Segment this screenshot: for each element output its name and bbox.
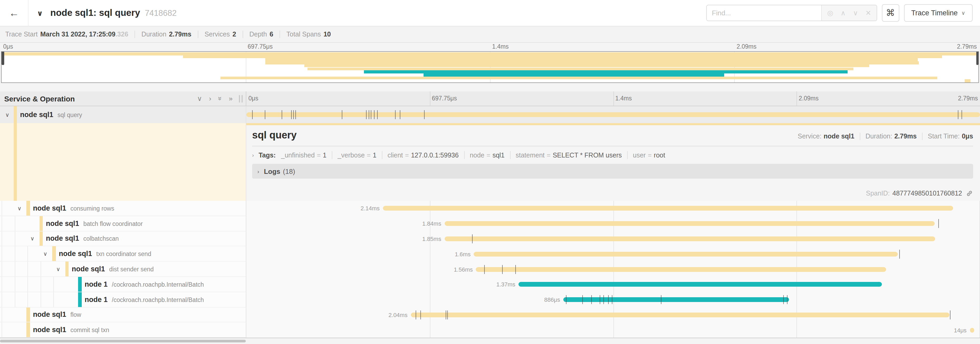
expand-tags-icon[interactable]: › <box>252 152 254 158</box>
span-bar-row[interactable]: 1.85ms <box>246 231 980 246</box>
span-tree-row[interactable]: node sql1batch flow coordinator <box>0 216 246 232</box>
collapse-span-icon[interactable]: ∨ <box>43 251 47 257</box>
log-tick[interactable] <box>515 265 516 274</box>
span-duration-bar[interactable] <box>519 282 881 287</box>
log-tick[interactable] <box>591 295 592 304</box>
log-tick[interactable] <box>938 219 939 228</box>
span-tree-row[interactable]: node 1/cockroach.roachpb.Internal/Batch <box>0 292 246 307</box>
span-duration-bar[interactable] <box>383 206 953 211</box>
span-tree-row[interactable]: node sql1flow <box>0 307 246 323</box>
back-button[interactable]: ← <box>0 0 29 26</box>
span-bar-row[interactable]: 1.6ms <box>246 246 980 262</box>
collapse-all-icon[interactable]: » <box>216 97 223 101</box>
log-tick[interactable] <box>503 265 503 274</box>
keyboard-shortcuts-button[interactable]: ⌘ <box>881 4 899 22</box>
expand-all-icon[interactable]: » <box>229 95 232 102</box>
span-row-selected[interactable]: ∨ node sql1sql query <box>0 106 246 123</box>
collapse-trace-icon[interactable]: ∨ <box>37 9 43 17</box>
log-tick[interactable] <box>566 295 567 304</box>
tags-row[interactable]: › Tags: _unfinished=1_verbose=1client=12… <box>252 151 973 159</box>
log-tick[interactable] <box>608 295 609 304</box>
span-bar-row[interactable]: 2.14ms <box>246 201 980 216</box>
span-tree-row[interactable]: node sql1commit sql txn <box>0 323 246 338</box>
log-tick[interactable] <box>371 110 372 119</box>
minimap-canvas[interactable] <box>1 51 979 83</box>
log-tick[interactable] <box>600 295 600 304</box>
span-bar-row[interactable]: 14μs <box>246 323 980 338</box>
trace-view-selector[interactable]: Trace Timeline ∨ <box>904 4 973 22</box>
span-bar-row[interactable]: 1.84ms <box>246 216 980 232</box>
tree-depth-guide <box>14 277 15 292</box>
log-tick[interactable] <box>416 310 417 320</box>
span-duration-bar[interactable] <box>474 252 898 256</box>
log-tick[interactable] <box>612 295 612 304</box>
log-tick[interactable] <box>604 295 604 304</box>
log-tick[interactable] <box>252 110 253 119</box>
collapse-span-icon[interactable]: ∨ <box>30 235 34 242</box>
trace-view-label: Trace Timeline <box>911 9 958 17</box>
logs-row[interactable]: › Logs (18) <box>252 164 973 179</box>
clear-find-icon[interactable]: ✕ <box>865 10 871 16</box>
log-tick[interactable] <box>958 110 959 119</box>
span-bar-row[interactable]: 1.37ms <box>246 277 980 292</box>
prev-match-icon[interactable]: ∧ <box>840 10 845 16</box>
find-input[interactable] <box>706 5 821 21</box>
log-tick[interactable] <box>395 110 396 119</box>
log-tick[interactable] <box>787 295 788 304</box>
span-tree-row[interactable]: ∨node sql1txn coordinator send <box>0 246 246 262</box>
log-tick[interactable] <box>473 234 473 243</box>
collapse-span-icon[interactable]: ∨ <box>5 112 9 118</box>
log-tick[interactable] <box>366 110 366 119</box>
minimap-left-scrubber[interactable] <box>2 52 4 65</box>
log-tick[interactable] <box>377 110 377 119</box>
divider <box>242 30 243 38</box>
log-tick[interactable] <box>420 310 421 320</box>
log-tick[interactable] <box>484 265 484 274</box>
span-bar-row-selected[interactable] <box>246 106 980 123</box>
match-target-icon[interactable]: ◎ <box>827 10 834 16</box>
link-icon[interactable] <box>966 190 973 197</box>
log-tick[interactable] <box>369 110 369 119</box>
span-tree-row[interactable]: ∨node sql1consuming rows <box>0 201 246 216</box>
log-tick[interactable] <box>265 110 265 119</box>
span-duration-bar[interactable] <box>410 312 949 317</box>
collapse-span-icon[interactable]: ∨ <box>56 266 60 272</box>
span-duration-bar[interactable] <box>246 112 980 117</box>
span-tree-row[interactable]: ∨node sql1dist sender send <box>0 262 246 277</box>
span-tree-row[interactable]: ∨node sql1colbatchscan <box>0 231 246 246</box>
span-bar-row[interactable]: 886μs <box>246 292 980 307</box>
collapse-one-icon[interactable]: ∨ <box>197 95 202 102</box>
log-tick[interactable] <box>295 110 296 119</box>
tree-horizontal-scrollbar[interactable] <box>0 340 246 342</box>
span-bar-row[interactable]: 2.04ms <box>246 307 980 323</box>
next-match-icon[interactable]: ∨ <box>853 10 858 16</box>
log-tick[interactable] <box>399 110 400 119</box>
log-tick[interactable] <box>582 295 583 304</box>
minimap-right-scrubber[interactable] <box>976 52 978 65</box>
log-tick[interactable] <box>282 110 282 119</box>
expand-logs-icon[interactable]: › <box>258 168 259 174</box>
log-tick[interactable] <box>291 110 292 119</box>
log-tick[interactable] <box>661 295 662 304</box>
log-tick[interactable] <box>950 310 950 320</box>
log-tick[interactable] <box>961 110 962 119</box>
log-tick[interactable] <box>783 295 784 304</box>
log-tick[interactable] <box>899 250 900 259</box>
log-tick[interactable] <box>342 110 342 119</box>
span-duration-bar[interactable] <box>444 237 935 241</box>
collapse-span-icon[interactable]: ∨ <box>18 205 21 211</box>
span-duration-bar[interactable] <box>476 267 886 272</box>
span-duration-bar[interactable] <box>563 297 789 302</box>
span-duration-bar[interactable] <box>444 221 934 226</box>
log-tick[interactable] <box>447 310 448 320</box>
span-bar-row[interactable] <box>246 106 980 123</box>
log-tick[interactable] <box>374 110 374 119</box>
span-tree-row[interactable]: node 1/cockroach.roachpb.Internal/Batch <box>0 277 246 292</box>
log-tick[interactable] <box>424 110 424 119</box>
span-duration-bar[interactable] <box>970 328 974 333</box>
log-tick[interactable] <box>446 310 447 320</box>
expand-one-icon[interactable]: › <box>209 95 211 102</box>
span-bar-row[interactable]: 1.56ms <box>246 262 980 277</box>
log-tick[interactable] <box>293 110 294 119</box>
column-resize-grip[interactable] <box>239 95 243 102</box>
